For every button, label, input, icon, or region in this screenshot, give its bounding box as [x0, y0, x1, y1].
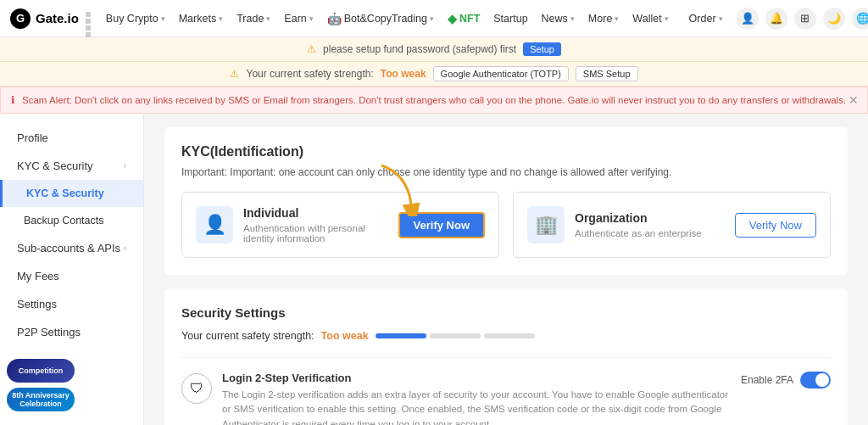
- sms-setup-button[interactable]: SMS Setup: [576, 66, 638, 81]
- bell-icon[interactable]: 🔔: [765, 8, 787, 30]
- main-layout: Profile KYC & Security › KYC & Security …: [0, 114, 868, 425]
- sidebar-item-subaccounts-apis[interactable]: Sub-accounts & APIs ‹: [0, 234, 143, 262]
- nav-more[interactable]: More ▾: [581, 0, 626, 37]
- security-item-2fa: 🛡 Login 2-Step Verification The Login 2-…: [181, 357, 831, 425]
- chevron-down-icon: ▾: [430, 14, 434, 23]
- chevron-down-icon: ▾: [615, 14, 619, 23]
- chevron-down-icon: ▾: [266, 14, 270, 23]
- sidebar-item-my-fees[interactable]: My Fees: [0, 262, 143, 290]
- chevron-down-icon: ▾: [570, 14, 575, 23]
- nav-nft[interactable]: ◆ NFT: [441, 0, 487, 37]
- chevron-down-icon: ▾: [665, 14, 669, 23]
- individual-verify-button[interactable]: Verify Now: [398, 212, 485, 238]
- logo[interactable]: G Gate.io: [10, 8, 79, 29]
- qr-icon[interactable]: ⊞: [794, 8, 816, 30]
- close-icon[interactable]: ✕: [849, 93, 859, 107]
- bottom-badges: Competition 8th Anniversary Celebration: [7, 359, 75, 411]
- kyc-cards: 👤 Individual Authentication with persona…: [181, 192, 831, 258]
- sidebar-item-p2p-settings[interactable]: P2P Settings: [0, 318, 143, 346]
- 2fa-toggle[interactable]: [800, 372, 831, 389]
- strength-bar-2: [430, 333, 481, 338]
- sidebar-item-kyc-security-parent[interactable]: KYC & Security ›: [0, 152, 143, 180]
- nav-trade[interactable]: Trade ▾: [230, 0, 277, 37]
- nav-news[interactable]: News ▾: [535, 0, 581, 37]
- nav-markets[interactable]: Markets ▾: [172, 0, 230, 37]
- competition-badge[interactable]: Competition: [7, 359, 75, 383]
- sidebar-item-kyc-security[interactable]: KYC & Security: [0, 180, 143, 207]
- safety-strength-alert: ⚠ Your current safety strength: Too weak…: [0, 62, 868, 87]
- user-icon[interactable]: 👤: [737, 8, 759, 30]
- sidebar-item-backup-contacts[interactable]: Backup Contacts: [0, 207, 143, 234]
- scam-alert-bar: ℹ Scam Alert: Don't click on any links r…: [0, 87, 868, 114]
- chevron-down-icon: ▾: [719, 14, 723, 23]
- nav-startup[interactable]: Startup: [487, 0, 534, 37]
- nav-bot-copy[interactable]: 🤖 Bot&CopyTrading ▾: [320, 0, 441, 37]
- info-icon: ℹ: [11, 94, 15, 106]
- strength-bar-3: [484, 333, 535, 338]
- individual-title: Individual: [243, 206, 388, 220]
- organization-title: Organization: [575, 211, 725, 225]
- organization-icon: 🏢: [527, 206, 565, 243]
- theme-icon[interactable]: 🌙: [823, 8, 845, 30]
- kyc-notice: Important: Important: one account can on…: [181, 166, 831, 178]
- google-auth-setup-button[interactable]: Google Authenticator (TOTP): [433, 66, 569, 81]
- strength-bar-1: [376, 333, 426, 338]
- fund-password-alert: ⚠ please setup fund password (safepwd) f…: [0, 37, 868, 62]
- sidebar-item-profile[interactable]: Profile: [0, 124, 143, 152]
- logo-circle: G: [10, 8, 31, 29]
- shield-icon: 🛡: [181, 373, 212, 404]
- individual-icon: 👤: [196, 206, 233, 243]
- kyc-individual-card: 👤 Individual Authentication with persona…: [181, 192, 499, 258]
- nav-order[interactable]: Order ▾: [682, 0, 730, 37]
- nav-right: Wallet ▾ Order ▾ 👤 🔔 ⊞ 🌙 🌐 🔍: [626, 0, 868, 37]
- navbar: G Gate.io Buy Crypto ▾ Markets ▾ Trade ▾…: [0, 0, 868, 37]
- nav-wallet[interactable]: Wallet ▾: [626, 0, 675, 37]
- chevron-down-icon: ▾: [161, 14, 165, 23]
- security-section: Security Settings Your current safety st…: [164, 288, 848, 425]
- individual-desc: Authentication with personal identity in…: [243, 223, 388, 243]
- organization-verify-button[interactable]: Verify Now: [735, 213, 816, 238]
- sidebar-item-settings[interactable]: Settings: [0, 290, 143, 318]
- strength-row: Your current safety strength: Too weak: [181, 330, 831, 342]
- chevron-right-icon: ›: [124, 161, 126, 171]
- chevron-down-icon: ▾: [309, 14, 314, 23]
- setup-button[interactable]: Setup: [523, 42, 561, 56]
- organization-desc: Authenticate as an enterprise: [575, 228, 725, 238]
- bot-icon: 🤖: [327, 12, 342, 25]
- security-title: Security Settings: [181, 305, 831, 320]
- chevron-down-icon: ▾: [219, 14, 223, 23]
- kyc-title: KYC(Identification): [181, 144, 831, 159]
- language-icon[interactable]: 🌐: [852, 8, 868, 30]
- anniversary-badge[interactable]: 8th Anniversary Celebration: [7, 388, 75, 411]
- kyc-section: KYC(Identification) Important: Important…: [164, 127, 848, 275]
- main-content: KYC(Identification) Important: Important…: [144, 114, 868, 425]
- grid-icon[interactable]: [86, 12, 91, 25]
- 2fa-title: Login 2-Step Verification: [222, 372, 731, 384]
- 2fa-desc: The Login 2-step verification adds an ex…: [222, 388, 731, 425]
- nav-earn[interactable]: Earn ▾: [277, 0, 320, 37]
- 2fa-right: Enable 2FA: [741, 372, 831, 389]
- strength-bars: [376, 333, 535, 338]
- chevron-right-icon: ‹: [124, 243, 126, 253]
- alert-bars: ⚠ please setup fund password (safepwd) f…: [0, 37, 868, 87]
- kyc-organization-card: 🏢 Organization Authenticate as an enterp…: [513, 192, 831, 258]
- diamond-icon: ◆: [448, 12, 457, 25]
- nav-buy-crypto[interactable]: Buy Crypto ▾: [99, 0, 172, 37]
